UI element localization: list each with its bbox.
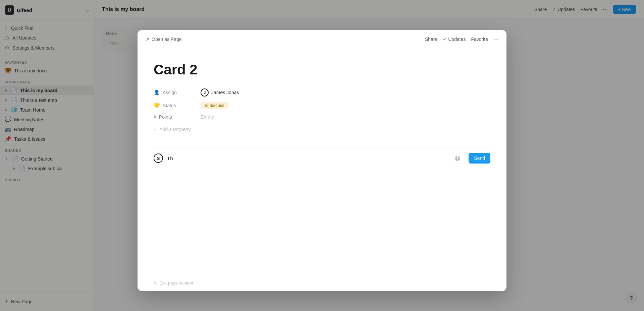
modal-body: Card 2 👤 Assign J James Jonas 💛 [138,48,506,275]
send-button[interactable]: Send [469,153,490,164]
avatar: S [154,153,163,163]
points-icon: # [154,114,156,120]
expand-icon: ↗ [146,37,150,42]
comment-input[interactable] [167,156,450,161]
assignee-value[interactable]: J James Jonas [201,88,239,97]
at-mention-button[interactable]: @ [454,155,461,162]
modal-share-button[interactable]: Share [425,37,437,42]
modal-header-actions: Share ✓ Updates Favorite ··· [425,36,498,43]
modal-favorite-button[interactable]: Favorite [471,37,488,42]
status-label: 💛 Status [154,103,201,109]
card-modal: ↗ Open as Page Share ✓ Updates Favorite … [138,30,506,291]
comment-input-wrap [167,156,450,161]
properties-section: 👤 Assign J James Jonas 💛 Status To discu… [154,88,490,134]
modal-updates-button[interactable]: ✓ Updates [443,37,466,42]
points-label: # Points [154,114,201,120]
edit-content-button[interactable]: ✎ Edit page content [154,281,490,286]
open-as-page-button[interactable]: ↗ Open as Page [146,37,182,42]
status-property-row: 💛 Status To discuss [154,102,490,109]
comment-section: S @ Send [154,147,490,169]
modal-header: ↗ Open as Page Share ✓ Updates Favorite … [138,30,506,48]
status-badge[interactable]: To discuss [201,102,228,109]
modal-footer: ✎ Edit page content [138,275,506,291]
edit-icon: ✎ [154,281,157,286]
add-property-button[interactable]: + Add a Property [154,125,490,134]
modal-more-options-icon[interactable]: ··· [493,36,498,43]
assign-icon: 👤 [154,89,160,96]
avatar: J [201,88,209,97]
check-icon: ✓ [443,37,447,42]
points-value[interactable]: Empty [201,114,214,120]
status-icon: 💛 [154,103,160,109]
assign-property-row: 👤 Assign J James Jonas [154,88,490,97]
assign-label: 👤 Assign [154,89,201,96]
points-property-row: # Points Empty [154,114,490,120]
plus-icon: + [154,126,157,132]
card-title[interactable]: Card 2 [154,62,490,78]
